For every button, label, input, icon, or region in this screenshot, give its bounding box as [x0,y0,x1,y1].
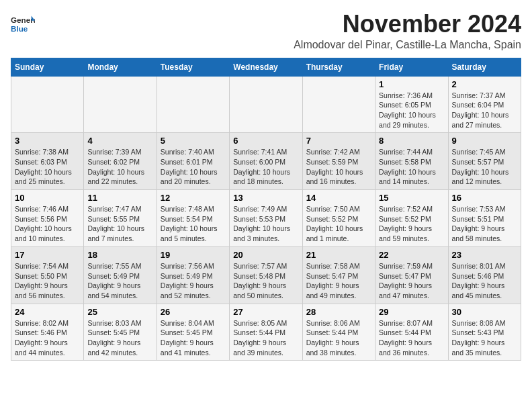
calendar-cell: 8Sunrise: 7:44 AM Sunset: 5:58 PM Daylig… [375,133,448,190]
calendar-cell: 12Sunrise: 7:48 AM Sunset: 5:54 PM Dayli… [157,190,229,247]
day-number: 9 [452,136,517,146]
calendar-week-row: 3Sunrise: 7:38 AM Sunset: 6:03 PM Daylig… [11,133,521,190]
calendar-cell [230,76,302,133]
day-info: Sunrise: 8:07 AM Sunset: 5:44 PM Dayligh… [379,318,444,358]
day-number: 4 [87,136,152,146]
calendar-header-friday: Friday [375,58,448,76]
calendar-cell: 4Sunrise: 7:39 AM Sunset: 6:02 PM Daylig… [84,133,157,190]
day-info: Sunrise: 7:48 AM Sunset: 5:54 PM Dayligh… [161,204,226,244]
calendar-cell: 13Sunrise: 7:49 AM Sunset: 5:53 PM Dayli… [230,190,302,247]
location-title: Almodovar del Pinar, Castille-La Mancha,… [294,39,521,51]
day-info: Sunrise: 8:08 AM Sunset: 5:43 PM Dayligh… [452,318,517,358]
day-info: Sunrise: 7:59 AM Sunset: 5:47 PM Dayligh… [379,261,444,301]
day-info: Sunrise: 7:54 AM Sunset: 5:50 PM Dayligh… [15,261,80,301]
calendar-cell: 15Sunrise: 7:52 AM Sunset: 5:52 PM Dayli… [375,190,448,247]
calendar-cell: 6Sunrise: 7:41 AM Sunset: 6:00 PM Daylig… [230,133,302,190]
calendar-header-saturday: Saturday [448,58,521,76]
calendar-cell: 11Sunrise: 7:47 AM Sunset: 5:55 PM Dayli… [84,190,157,247]
calendar-cell: 26Sunrise: 8:04 AM Sunset: 5:45 PM Dayli… [157,304,229,361]
day-number: 15 [379,193,444,203]
day-info: Sunrise: 7:38 AM Sunset: 6:03 PM Dayligh… [15,147,80,187]
day-number: 28 [306,307,371,317]
day-number: 20 [233,250,298,260]
day-number: 7 [306,136,371,146]
calendar-cell: 28Sunrise: 8:06 AM Sunset: 5:44 PM Dayli… [302,304,375,361]
day-info: Sunrise: 7:45 AM Sunset: 5:57 PM Dayligh… [452,147,517,187]
calendar-cell: 18Sunrise: 7:55 AM Sunset: 5:49 PM Dayli… [84,246,157,304]
day-number: 19 [161,250,226,260]
logo-icon: General Blue [11,13,35,38]
day-info: Sunrise: 7:42 AM Sunset: 5:59 PM Dayligh… [306,147,371,187]
day-number: 11 [87,193,152,203]
calendar-header-wednesday: Wednesday [230,58,302,76]
calendar-cell: 5Sunrise: 7:40 AM Sunset: 6:01 PM Daylig… [157,133,229,190]
day-number: 26 [161,307,226,317]
day-info: Sunrise: 7:52 AM Sunset: 5:52 PM Dayligh… [379,204,444,244]
day-info: Sunrise: 8:03 AM Sunset: 5:45 PM Dayligh… [87,318,152,358]
title-block: November 2024 Almodovar del Pinar, Casti… [294,11,521,51]
calendar-week-row: 17Sunrise: 7:54 AM Sunset: 5:50 PM Dayli… [11,246,521,304]
calendar-cell [157,76,229,133]
day-number: 12 [161,193,226,203]
calendar-cell: 27Sunrise: 8:05 AM Sunset: 5:44 PM Dayli… [230,304,302,361]
day-info: Sunrise: 7:39 AM Sunset: 6:02 PM Dayligh… [87,147,152,187]
day-number: 10 [15,193,80,203]
calendar-cell: 29Sunrise: 8:07 AM Sunset: 5:44 PM Dayli… [375,304,448,361]
logo: General Blue [11,13,35,38]
day-number: 1 [379,79,444,89]
day-number: 6 [233,136,298,146]
day-number: 23 [452,250,517,260]
calendar-cell: 17Sunrise: 7:54 AM Sunset: 5:50 PM Dayli… [11,246,84,304]
calendar-header-thursday: Thursday [302,58,375,76]
day-info: Sunrise: 7:36 AM Sunset: 6:05 PM Dayligh… [379,91,444,130]
svg-text:Blue: Blue [11,24,28,33]
calendar-cell: 3Sunrise: 7:38 AM Sunset: 6:03 PM Daylig… [11,133,84,190]
calendar-week-row: 24Sunrise: 8:02 AM Sunset: 5:46 PM Dayli… [11,304,521,361]
calendar-cell: 21Sunrise: 7:58 AM Sunset: 5:47 PM Dayli… [302,246,375,304]
calendar-cell: 14Sunrise: 7:50 AM Sunset: 5:52 PM Dayli… [302,190,375,247]
calendar-cell: 19Sunrise: 7:56 AM Sunset: 5:49 PM Dayli… [157,246,229,304]
calendar-cell: 7Sunrise: 7:42 AM Sunset: 5:59 PM Daylig… [302,133,375,190]
day-info: Sunrise: 7:57 AM Sunset: 5:48 PM Dayligh… [233,261,298,301]
day-info: Sunrise: 7:47 AM Sunset: 5:55 PM Dayligh… [87,204,152,244]
day-info: Sunrise: 8:01 AM Sunset: 5:46 PM Dayligh… [452,261,517,301]
calendar-header-row: SundayMondayTuesdayWednesdayThursdayFrid… [11,58,521,76]
day-number: 14 [306,193,371,203]
calendar-cell [84,76,157,133]
calendar-cell: 23Sunrise: 8:01 AM Sunset: 5:46 PM Dayli… [448,246,521,304]
month-title: November 2024 [294,11,521,38]
calendar-cell: 30Sunrise: 8:08 AM Sunset: 5:43 PM Dayli… [448,304,521,361]
day-info: Sunrise: 7:37 AM Sunset: 6:04 PM Dayligh… [452,91,517,130]
day-info: Sunrise: 7:49 AM Sunset: 5:53 PM Dayligh… [233,204,298,244]
day-number: 29 [379,307,444,317]
day-info: Sunrise: 7:44 AM Sunset: 5:58 PM Dayligh… [379,147,444,187]
day-info: Sunrise: 8:06 AM Sunset: 5:44 PM Dayligh… [306,318,371,358]
day-info: Sunrise: 7:50 AM Sunset: 5:52 PM Dayligh… [306,204,371,244]
calendar-header-monday: Monday [84,58,157,76]
day-info: Sunrise: 7:53 AM Sunset: 5:51 PM Dayligh… [452,204,517,244]
header: General Blue November 2024 Almodovar del… [11,11,521,51]
calendar-cell: 9Sunrise: 7:45 AM Sunset: 5:57 PM Daylig… [448,133,521,190]
calendar-cell: 25Sunrise: 8:03 AM Sunset: 5:45 PM Dayli… [84,304,157,361]
calendar-cell: 24Sunrise: 8:02 AM Sunset: 5:46 PM Dayli… [11,304,84,361]
day-info: Sunrise: 7:58 AM Sunset: 5:47 PM Dayligh… [306,261,371,301]
calendar-week-row: 1Sunrise: 7:36 AM Sunset: 6:05 PM Daylig… [11,76,521,133]
calendar-cell: 2Sunrise: 7:37 AM Sunset: 6:04 PM Daylig… [448,76,521,133]
day-info: Sunrise: 7:46 AM Sunset: 5:56 PM Dayligh… [15,204,80,244]
day-number: 3 [15,136,80,146]
day-info: Sunrise: 7:56 AM Sunset: 5:49 PM Dayligh… [161,261,226,301]
calendar-cell: 1Sunrise: 7:36 AM Sunset: 6:05 PM Daylig… [375,76,448,133]
calendar-cell: 10Sunrise: 7:46 AM Sunset: 5:56 PM Dayli… [11,190,84,247]
day-number: 25 [87,307,152,317]
calendar-cell [11,76,84,133]
day-number: 5 [161,136,226,146]
day-number: 8 [379,136,444,146]
day-number: 24 [15,307,80,317]
calendar-cell: 16Sunrise: 7:53 AM Sunset: 5:51 PM Dayli… [448,190,521,247]
day-number: 30 [452,307,517,317]
calendar-header-tuesday: Tuesday [157,58,229,76]
calendar-table: SundayMondayTuesdayWednesdayThursdayFrid… [11,58,521,361]
day-number: 18 [87,250,152,260]
day-info: Sunrise: 7:41 AM Sunset: 6:00 PM Dayligh… [233,147,298,187]
day-number: 22 [379,250,444,260]
